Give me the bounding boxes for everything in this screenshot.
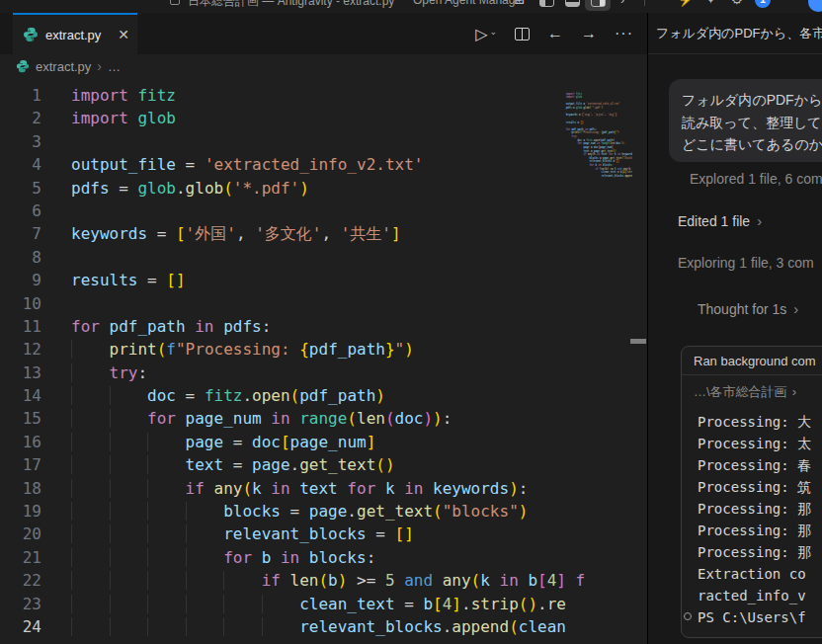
terminal-line: Processing: 太	[682, 433, 822, 454]
breadcrumb-file[interactable]: extract.py	[36, 59, 91, 74]
breadcrumb-symbol[interactable]: …	[108, 59, 121, 74]
terminal-line: Processing: 那	[682, 541, 822, 563]
chevron-down-icon: ⌄	[489, 27, 497, 37]
bolt-icon[interactable]: ⚡	[678, 0, 694, 7]
step-explored[interactable]: Explored 1 file, 6 com	[690, 171, 822, 187]
avatar[interactable]	[808, 0, 822, 12]
toggle-sidebar-icon[interactable]	[539, 0, 554, 7]
code-editor[interactable]: 1import fitz2import glob34output_file = …	[0, 78, 647, 644]
tools-icon[interactable]: ✦	[705, 0, 716, 7]
step-exploring[interactable]: Exploring 1 file, 3 com	[678, 255, 814, 271]
gear-icon[interactable]: ⚙	[731, 0, 743, 7]
editor-actions: ▷ ⌄ ← → ···	[475, 13, 633, 54]
prompt-circle-icon	[684, 612, 692, 620]
title-bar: 日本総合計画 — Antigravity - extract.py Open A…	[0, 0, 822, 13]
notifications-badge[interactable]: 1	[755, 0, 771, 8]
close-icon[interactable]: ✕	[118, 27, 129, 42]
tab-bar: extract.py ✕ ▷ ⌄ ← → ···	[0, 13, 647, 54]
terminal-line: Processing: 那	[682, 520, 822, 541]
titlebar-divider	[644, 0, 645, 6]
breadcrumb[interactable]: extract.py › …	[0, 54, 647, 78]
chevron-right-icon: ›	[793, 300, 798, 317]
chevron-right-icon: ›	[97, 58, 102, 74]
chevron-right-icon: ›	[757, 212, 762, 229]
toggle-bottom-panel-icon[interactable]	[565, 0, 580, 7]
conversation-title[interactable]: フォルダ内のPDFから、各市	[648, 13, 822, 54]
user-message-line: 読み取って、整理してま	[682, 112, 822, 134]
window-layout-icon	[170, 0, 180, 5]
python-icon	[16, 59, 30, 73]
user-message-line: フォルダ内のPDFから、各	[682, 89, 822, 112]
terminal-output[interactable]: Processing: 大Processing: 太Processing: 春P…	[682, 411, 822, 628]
window-title: 日本総合計画 — Antigravity - extract.py	[188, 0, 394, 10]
terminal-line: Processing: 那	[682, 498, 822, 520]
editor-column: extract.py ✕ ▷ ⌄ ← → ··· extract.py › …	[0, 13, 647, 644]
terminal-line: racted_info_v	[682, 585, 822, 606]
card-title[interactable]: Ran background com	[682, 347, 822, 375]
terminal-line: PS C:\Users\f	[682, 606, 822, 628]
step-edited[interactable]: Edited 1 file›	[678, 212, 762, 229]
step-thought[interactable]: Thought for 1s›	[698, 300, 798, 317]
open-agent-manager-button[interactable]: Open Agent Manager	[413, 0, 526, 7]
grid-icon[interactable]: ⊞	[514, 0, 525, 7]
more-actions-icon[interactable]: ···	[615, 25, 633, 42]
run-python-file-button[interactable]: ▷ ⌄	[475, 25, 497, 43]
chevron-right-icon[interactable]: ›	[620, 0, 624, 7]
tab-extract-py[interactable]: extract.py ✕	[13, 13, 137, 54]
python-icon	[23, 27, 39, 42]
code-area[interactable]: 1import fitz2import glob34output_file = …	[0, 84, 647, 638]
terminal-line: Processing: 筑	[682, 476, 822, 498]
terminal-cwd: …\各市総合計画›	[694, 383, 822, 401]
agent-panel: フォルダ内のPDFから、各市 フォルダ内のPDFから、各 読み取って、整理してま…	[647, 13, 822, 644]
user-message-line: どこに書いてあるのかなど	[682, 133, 822, 156]
overview-ruler-marker	[630, 339, 646, 344]
navigate-forward-icon[interactable]: →	[581, 25, 597, 42]
navigate-back-icon[interactable]: ←	[547, 25, 563, 42]
minimap[interactable]: import fitzimport globoutput_file = 'ext…	[561, 92, 632, 644]
terminal-line: Processing: 春	[682, 454, 822, 476]
terminal-line: Processing: 大	[682, 411, 822, 433]
toggle-right-panel-icon[interactable]	[591, 0, 606, 7]
play-icon: ▷	[475, 25, 487, 43]
user-message-bubble: フォルダ内のPDFから、各 読み取って、整理してま どこに書いてあるのかなど	[669, 79, 822, 162]
terminal-line: Extraction co	[682, 563, 822, 585]
split-editor-icon[interactable]	[515, 28, 530, 40]
chevron-right-icon: ›	[792, 384, 796, 399]
background-command-card[interactable]: Ran background com …\各市総合計画› Processing:…	[681, 346, 822, 638]
tab-label: extract.py	[45, 28, 112, 42]
antigravity-window: 日本総合計画 — Antigravity - extract.py Open A…	[0, 0, 822, 644]
